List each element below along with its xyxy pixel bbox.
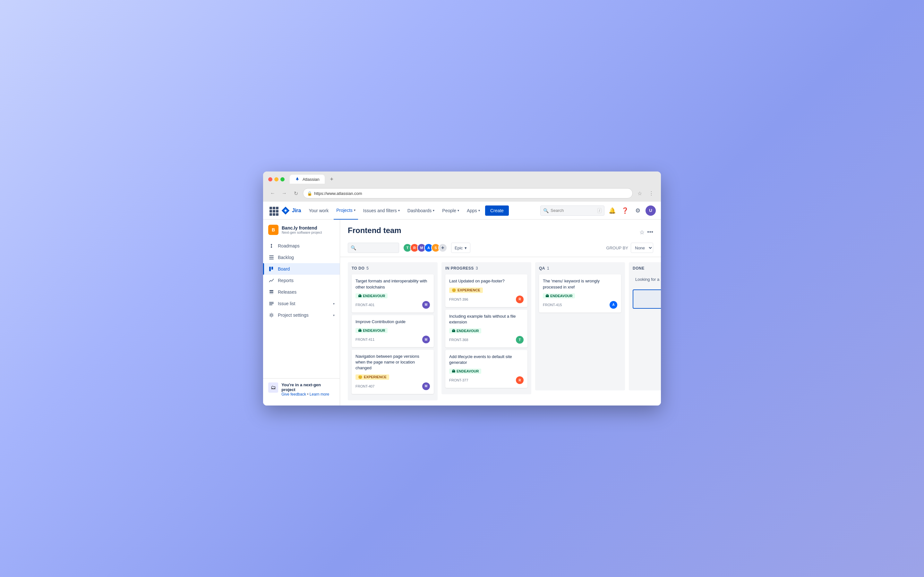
new-tab-button[interactable]: + — [327, 175, 336, 184]
card-415-assignee[interactable]: A — [610, 301, 617, 309]
help-button[interactable]: ❓ — [620, 205, 630, 216]
top-nav: Jira Your work Projects ▾ Issues and fil… — [263, 201, 661, 219]
card-front-368[interactable]: Including example fails without a file e… — [445, 309, 527, 348]
browser-tab[interactable]: Atlassian — [290, 175, 325, 184]
back-button[interactable]: ← — [268, 189, 277, 198]
sidebar-item-issue-list[interactable]: Issue list ▾ — [263, 298, 340, 309]
minimize-button[interactable] — [274, 177, 278, 181]
sidebar-item-backlog[interactable]: Backlog — [263, 251, 340, 263]
board-search-input[interactable] — [358, 245, 397, 250]
card-401-assignee[interactable]: M — [422, 301, 430, 309]
close-button[interactable] — [268, 177, 272, 181]
card-411-footer: FRONT-411 M — [355, 335, 430, 343]
svg-rect-7 — [271, 267, 273, 269]
board-more-button[interactable]: ••• — [647, 229, 653, 236]
project-name: Banc.ly frontend — [282, 226, 334, 230]
issues-filters-nav[interactable]: Issues and filters ▾ — [360, 201, 402, 219]
sidebar-label-board: Board — [278, 266, 290, 271]
experience-emoji: 😊 — [358, 375, 363, 379]
forward-button[interactable]: → — [280, 189, 289, 198]
card-415-title: The 'menu' keyword is wrongly processed … — [543, 278, 617, 290]
card-front-401[interactable]: Target formats and interoperability with… — [352, 274, 434, 312]
card-396-assignee[interactable]: R — [516, 295, 523, 303]
card-407-epic[interactable]: 😊 EXPERIENCE — [355, 374, 389, 380]
card-407-title: Navigation between page versions when th… — [355, 354, 430, 371]
card-407-assignee[interactable]: M — [422, 382, 430, 390]
svg-point-14 — [270, 314, 272, 316]
endeavour-emoji: 🏔 — [452, 369, 455, 373]
column-qa-count: 1 — [547, 266, 549, 271]
card-front-396[interactable]: Last Updated on page-footer? 😊 EXPERIENC… — [445, 274, 527, 307]
group-by-select[interactable]: None — [631, 243, 653, 253]
card-415-epic[interactable]: 🏔 ENDEAVOUR — [543, 293, 575, 298]
card-front-411[interactable]: Improve Contribution guide 🏔 ENDEAVOUR F… — [352, 315, 434, 347]
sidebar: B Banc.ly frontend Next-gen software pro… — [263, 219, 340, 405]
card-377-assignee[interactable]: R — [516, 376, 523, 384]
backlog-icon — [268, 254, 275, 261]
svg-rect-12 — [269, 303, 274, 304]
card-411-id: FRONT-411 — [355, 338, 375, 342]
sidebar-item-reports[interactable]: Reports — [263, 275, 340, 286]
sidebar-label-issue-list: Issue list — [278, 301, 295, 306]
column-done-title: DONE — [633, 266, 645, 271]
column-inprogress-title: IN PROGRESS — [445, 266, 474, 271]
maximize-button[interactable] — [280, 177, 284, 181]
your-work-nav[interactable]: Your work — [306, 201, 331, 219]
column-done: DONE Looking for a — [629, 262, 661, 390]
people-chevron: ▾ — [457, 209, 459, 212]
card-377-id: FRONT-377 — [449, 378, 468, 382]
column-qa-header: QA 1 — [539, 266, 621, 271]
dashboards-nav[interactable]: Dashboards ▾ — [405, 201, 437, 219]
add-avatar-button[interactable]: + — [438, 243, 447, 252]
svg-rect-4 — [269, 257, 274, 258]
epic-filter-button[interactable]: Epic ▾ — [451, 243, 470, 253]
jira-logo[interactable]: Jira — [281, 206, 301, 215]
grid-dot — [270, 213, 272, 216]
bookmark-button[interactable]: ☆ — [635, 189, 644, 198]
app-switcher-button[interactable] — [268, 205, 278, 216]
search-input[interactable] — [551, 208, 596, 213]
sidebar-item-roadmaps[interactable]: Roadmaps — [263, 240, 340, 251]
refresh-button[interactable]: ↻ — [291, 189, 300, 198]
address-input[interactable]: 🔒 https://www.atlassian.com — [303, 188, 633, 198]
card-411-epic[interactable]: 🏔 ENDEAVOUR — [355, 328, 388, 333]
card-front-407[interactable]: Navigation between page versions when th… — [352, 350, 434, 394]
notifications-button[interactable]: 🔔 — [607, 205, 617, 216]
lock-icon: 🔒 — [307, 191, 312, 196]
people-nav[interactable]: People ▾ — [439, 201, 462, 219]
sidebar-label-project-settings: Project settings — [278, 313, 309, 318]
card-396-footer: FRONT-396 R — [449, 295, 523, 303]
user-avatar[interactable]: U — [646, 205, 656, 216]
feedback-link[interactable]: Give feedback — [281, 392, 306, 396]
card-front-415[interactable]: The 'menu' keyword is wrongly processed … — [539, 274, 621, 312]
board-search[interactable]: 🔍 — [348, 243, 399, 253]
sidebar-item-board[interactable]: Board — [263, 263, 340, 275]
sidebar-item-project-settings[interactable]: Project settings ▾ — [263, 309, 340, 321]
done-partial-text: Looking for a — [633, 274, 661, 284]
apps-nav[interactable]: Apps ▾ — [464, 201, 483, 219]
card-368-epic[interactable]: 🏔 ENDEAVOUR — [449, 328, 481, 334]
project-type: Next-gen software project — [282, 230, 334, 234]
projects-nav[interactable]: Projects ▾ — [334, 201, 358, 219]
board-star-button[interactable]: ☆ — [640, 229, 645, 236]
column-qa: QA 1 The 'menu' keyword is wrongly proce… — [535, 262, 625, 390]
url-text: https://www.atlassian.com — [314, 191, 362, 196]
more-options-button[interactable]: ⋮ — [647, 189, 656, 198]
experience-emoji: 😊 — [452, 288, 456, 292]
sidebar-item-releases[interactable]: Releases — [263, 286, 340, 298]
card-377-epic[interactable]: 🏔 ENDEAVOUR — [449, 369, 481, 374]
settings-button[interactable]: ⚙ — [633, 205, 643, 216]
create-button[interactable]: Create — [485, 205, 509, 216]
apps-chevron: ▾ — [478, 209, 480, 212]
card-front-377[interactable]: Add lifecycle events to default site gen… — [445, 350, 527, 388]
learn-more-link[interactable]: Learn more — [310, 392, 329, 396]
card-401-epic[interactable]: 🏔 ENDEAVOUR — [355, 293, 388, 298]
card-396-epic[interactable]: 😊 EXPERIENCE — [449, 287, 483, 293]
project-header: B Banc.ly frontend Next-gen software pro… — [263, 225, 340, 240]
card-368-assignee[interactable]: T — [516, 336, 523, 343]
card-411-assignee[interactable]: M — [422, 335, 430, 343]
card-415-id: FRONT-415 — [543, 303, 562, 307]
sidebar-label-backlog: Backlog — [278, 255, 294, 260]
grid-dot — [276, 210, 278, 213]
search-box[interactable]: 🔍 / — [540, 205, 604, 216]
